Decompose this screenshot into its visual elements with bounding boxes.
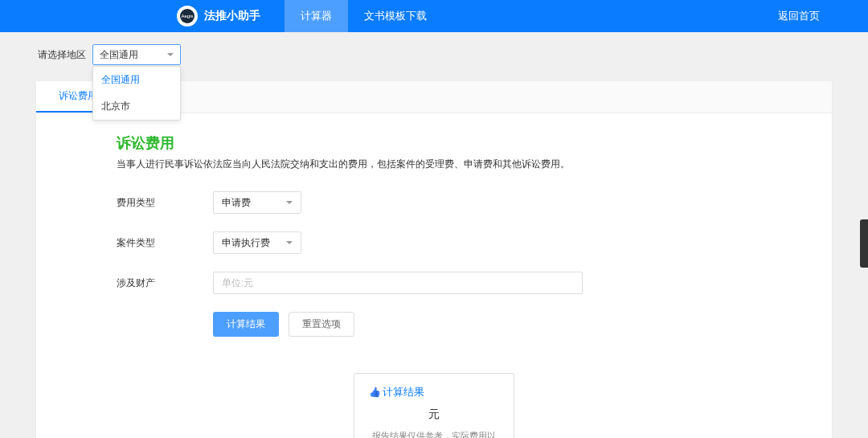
content: 诉讼费用 当事人进行民事诉讼依法应当向人民法院交纳和支出的费用，包括案件的受理费… [36,113,832,438]
header: Aegis 法推小助手 计算器 文书模板下载 返回首页 [0,0,868,32]
region-label: 请选择地区 [38,48,86,62]
region-select-box[interactable]: 全国通用 [92,44,181,65]
fee-type-select[interactable]: 申请费 [213,191,301,214]
fee-type-label: 费用类型 [117,196,213,210]
app-title: 法推小助手 [204,9,260,23]
fee-type-row: 费用类型 申请费 [117,191,751,214]
region-dropdown: 全国通用 北京市 [92,66,181,121]
result-title: 计算结果 [369,385,499,399]
property-input[interactable] [213,272,583,294]
property-label: 涉及财产 [117,276,213,290]
case-type-value: 申请执行费 [222,236,270,250]
page-description: 当事人进行民事诉讼依法应当向人民法院交纳和支出的费用，包括案件的受理费、申请费和… [117,158,751,171]
nav-calculator[interactable]: 计算器 [285,0,348,32]
logo-area: Aegis 法推小助手 [177,6,285,27]
back-home-link[interactable]: 返回首页 [778,9,820,23]
chevron-down-icon [286,241,293,244]
main-container: 请选择地区 全国通用 全国通用 北京市 诉讼费用 律师费 诉讼费用 当事人进行民… [36,32,832,438]
result-unit: 元 [369,407,499,422]
main-card: 诉讼费用 律师费 诉讼费用 当事人进行民事诉讼依法应当向人民法院交纳和支出的费用… [36,81,832,438]
result-box: 计算结果 元 报告结果仅供参考，实际费用以实际情况为准 [354,373,514,438]
reset-button[interactable]: 重置选项 [289,312,354,337]
side-handle[interactable] [860,219,868,268]
case-type-label: 案件类型 [117,236,213,250]
case-type-row: 案件类型 申请执行费 [117,231,751,254]
region-option-beijing[interactable]: 北京市 [93,93,180,120]
page-title: 诉讼费用 [117,133,751,153]
chevron-down-icon [286,201,293,204]
region-selected-value: 全国通用 [100,48,138,62]
fee-type-value: 申请费 [222,196,251,210]
region-select: 全国通用 全国通用 北京市 [92,44,181,65]
result-note: 报告结果仅供参考，实际费用以实际情况为准 [369,430,499,438]
nav-template-download[interactable]: 文书模板下载 [348,0,443,32]
region-selector-row: 请选择地区 全国通用 全国通用 北京市 [36,44,832,65]
case-type-select[interactable]: 申请执行费 [213,231,301,254]
property-row: 涉及财产 [117,272,751,294]
calculate-button[interactable]: 计算结果 [213,312,279,337]
button-row: 计算结果 重置选项 [213,312,751,337]
logo-icon: Aegis [177,6,198,27]
chevron-down-icon [167,53,174,56]
region-option-national[interactable]: 全国通用 [93,67,180,93]
